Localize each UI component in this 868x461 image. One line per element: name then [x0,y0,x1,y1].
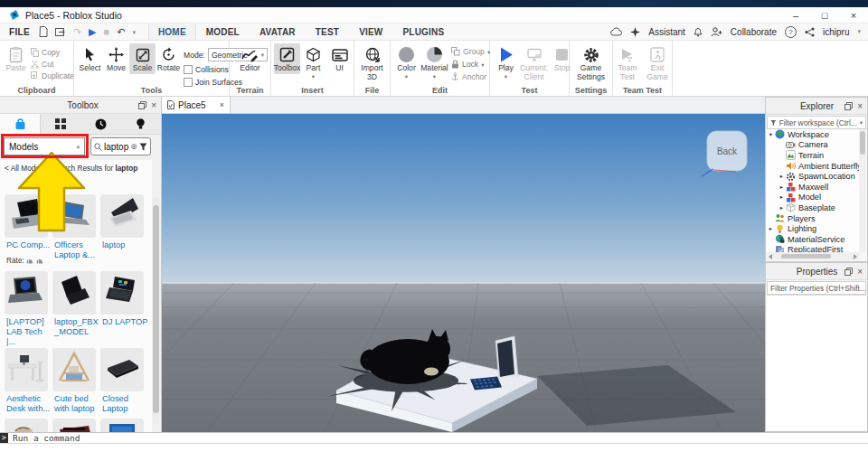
game-settings-button[interactable]: Game Settings [576,43,606,82]
tab-inventory[interactable] [41,114,80,134]
item-name[interactable]: Cute bed with laptop [54,394,101,414]
viewport-3d-scene[interactable]: Back [162,114,765,432]
item-name[interactable]: [LAPTOP] LAB Tech |... [6,317,53,347]
notifications-bell-icon[interactable] [693,26,703,37]
explorer-item-baseplate[interactable]: ▸ Baseplate [767,202,859,213]
redo-icon[interactable]: ↷ [73,27,81,37]
expand-arrow-icon[interactable]: ▸ [778,183,786,191]
toolbox-item[interactable] [5,194,48,238]
explorer-item-workspace[interactable]: ▾ Workspace [767,129,859,140]
scrollbar-thumb[interactable] [860,131,865,155]
lock-button[interactable]: Lock ▾ [451,60,484,69]
tab-test[interactable]: TEST [306,24,349,40]
item-thumbnail[interactable] [5,271,48,315]
item-thumbnail[interactable] [52,194,96,238]
item-thumbnail[interactable] [100,419,144,432]
collisions-checkbox[interactable] [184,65,193,74]
float-panel-icon[interactable] [844,268,853,276]
color-button[interactable]: Color ▾ [393,43,420,80]
group-button[interactable]: Group ▾ [451,47,490,56]
undo-icon[interactable]: ↶ [117,27,125,37]
minimize-button[interactable]: – [781,7,810,23]
play-dropdown-icon[interactable]: ▾ [505,73,507,80]
toolbox-item[interactable] [100,271,144,315]
expand-arrow-icon[interactable]: ▾ [767,131,775,138]
anchor-button[interactable]: Anchor [451,72,486,81]
command-bar[interactable]: > Run a command [0,432,868,444]
clear-search-icon[interactable]: ⊗ [130,142,137,151]
explorer-item-materialservice[interactable]: MaterialService [767,234,859,245]
toolbox-item[interactable] [100,348,144,391]
filter-funnel-icon[interactable] [139,143,147,151]
item-thumbnail[interactable] [5,194,48,238]
collisions-option[interactable]: Collisions [184,65,229,74]
place-tab[interactable]: Place5 × [162,97,231,113]
explorer-hscrollbar[interactable] [767,252,859,260]
properties-filter-input[interactable]: Filter Properties (Ctrl+Shift... ▾ [767,281,866,295]
item-thumbnail[interactable] [52,348,96,391]
expand-arrow-icon[interactable]: ▸ [778,173,786,180]
expand-arrow-icon[interactable]: ▸ [778,204,786,212]
item-name[interactable]: Officers Laptop &... [54,240,101,260]
expand-arrow-icon[interactable]: ▸ [767,225,775,232]
toolbox-item[interactable] [52,419,96,432]
item-name[interactable]: DJ LAPTOP [102,317,149,327]
open-file-icon[interactable] [55,27,66,37]
toolbox-item[interactable] [52,271,96,315]
import-3d-button[interactable]: Import 3D [357,43,387,82]
explorer-item-maxwell[interactable]: ▸ Maxwell [767,182,859,193]
terrain-editor-button[interactable]: Editor [235,43,265,74]
item-thumbnail[interactable] [100,348,144,391]
tab-creations[interactable] [121,114,161,134]
rotate-tool-button[interactable]: Rotate [156,43,182,74]
play-quick-icon[interactable]: ▶ [89,27,96,37]
cut-button[interactable]: Cut [31,60,53,69]
item-name[interactable]: laptop [102,240,149,250]
duplicate-button[interactable]: Duplicate [31,71,74,80]
file-menu[interactable]: FILE [7,27,39,37]
new-file-icon[interactable] [39,26,48,37]
toolbox-button[interactable]: Toolbox [274,43,300,74]
play-button[interactable]: Play ▾ [493,43,519,80]
toolbox-scrollbar[interactable] [153,198,159,424]
current-client-button[interactable]: Current: Client [519,43,549,82]
explorer-item-model[interactable]: ▸ Model [767,193,859,203]
maximize-button[interactable]: □ [810,7,839,23]
ui-button[interactable]: UI [326,43,353,74]
quick-access-more-icon[interactable]: ▾ [132,27,136,37]
user-menu[interactable]: ichipru [823,27,849,37]
tab-view[interactable]: VIEW [349,24,392,40]
explorer-item-replicatedfirst[interactable]: ReplicatedFirst [767,245,859,252]
toolbox-item[interactable] [5,348,48,391]
close-panel-icon[interactable]: × [857,267,863,277]
scroll-left-icon[interactable] [769,254,772,259]
scrollbar-thumb[interactable] [153,205,159,413]
toolbox-search-input[interactable]: laptop ⊗ [90,137,151,155]
close-tab-icon[interactable]: × [220,100,224,109]
explorer-item-terrain[interactable]: Terrain [767,150,859,161]
item-thumbnail[interactable] [100,271,144,315]
toolbox-item[interactable] [5,419,48,432]
move-tool-button[interactable]: Move [103,43,129,74]
category-dropdown[interactable]: Models ▾ [4,137,85,155]
scale-tool-button[interactable]: Scale [129,43,156,74]
tab-avatar[interactable]: AVATAR [250,24,306,40]
color-dropdown-icon[interactable]: ▾ [405,73,408,80]
explorer-item-players[interactable]: Players [767,213,859,224]
select-tool-button[interactable]: Select [77,43,103,74]
item-thumbnail[interactable] [5,348,48,391]
item-name[interactable]: laptop_FBX _MODEL [54,317,101,337]
float-panel-icon[interactable] [138,101,146,109]
tab-plugins[interactable]: PLUGINS [393,24,455,40]
tab-model[interactable]: MODEL [196,24,250,40]
command-input-placeholder[interactable]: Run a command [13,433,80,443]
item-name[interactable]: PC Comp... [6,240,53,250]
part-button[interactable]: Part ▾ [300,43,326,80]
scroll-right-icon[interactable] [854,254,857,259]
item-thumbnail[interactable] [5,419,48,432]
cloud-icon[interactable] [610,27,622,36]
close-button[interactable]: × [839,7,868,23]
assistant-sparkle-icon[interactable] [630,27,640,37]
item-thumbnail[interactable] [100,194,144,238]
breadcrumb[interactable]: < All Models / Search Results for laptop [5,164,137,173]
